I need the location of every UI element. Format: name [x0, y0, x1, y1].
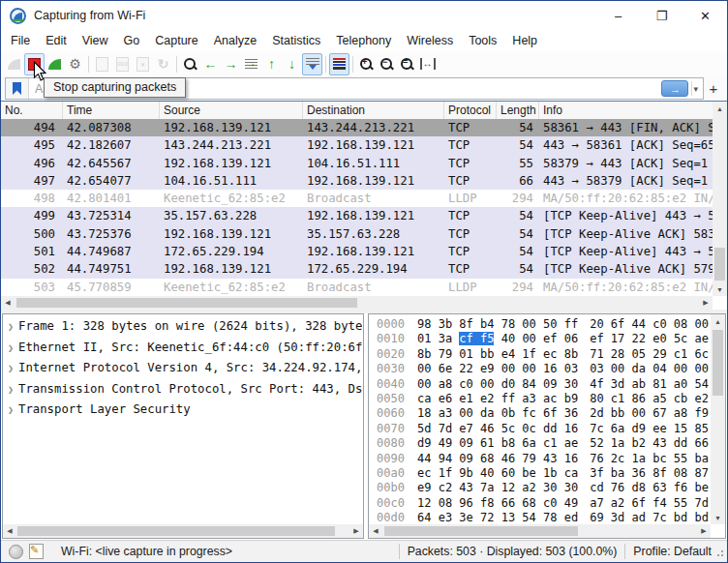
hex-row-0080[interactable]: 0080d9 49 09 61 b8 6a c1 ae52 1a b2 43 d… — [369, 436, 711, 451]
column-header-no[interactable]: No. — [1, 102, 63, 119]
maximize-button[interactable]: ❐ — [640, 1, 683, 30]
packet-row-494[interactable]: 49442.087308192.168.139.121143.244.213.2… — [1, 119, 713, 136]
packet-row-496[interactable]: 49642.645567192.168.139.121104.16.51.111… — [1, 155, 713, 172]
scroll-right-arrow[interactable]: ▶ — [697, 524, 711, 538]
expander-chevron-icon[interactable]: ❯ — [3, 400, 18, 421]
packet-row-498[interactable]: 49842.801401Keenetic_62:85:e2BroadcastLL… — [1, 190, 713, 207]
scroll-left-arrow[interactable]: ◀ — [1, 296, 15, 310]
detail-line[interactable]: ❯Transmission Control Protocol, Src Port… — [3, 379, 363, 400]
column-header-protocol[interactable]: Protocol — [444, 102, 497, 119]
column-header-time[interactable]: Time — [63, 102, 160, 119]
previous-packet-button[interactable]: ← — [200, 53, 221, 75]
scroll-thumb[interactable] — [17, 526, 335, 536]
hex-bytes-right[interactable]: 80 c1 86 a5 cb e2 7 — [590, 392, 711, 405]
hex-bytes-right[interactable]: 7c 6a d9 ee 15 85 2 — [590, 422, 711, 435]
hex-row-0040[interactable]: 004000 a8 c0 00 d0 84 09 304f 3d ab 81 a… — [369, 377, 711, 392]
hex-bytes-right[interactable]: 76 2c 1a bc 55 ba e — [590, 452, 711, 465]
menu-view[interactable]: View — [75, 32, 116, 49]
hex-bytes-right[interactable]: 03 00 da 04 00 00 c — [590, 362, 711, 375]
scroll-down-arrow[interactable]: ▼ — [711, 511, 725, 524]
hex-bytes-left[interactable]: 00 6e 22 e9 00 00 16 03 — [417, 362, 578, 375]
hex-bytes-right[interactable]: 2d bb 00 67 a8 f9 4 — [590, 406, 711, 420]
menu-edit[interactable]: Edit — [38, 32, 75, 49]
scroll-right-arrow[interactable]: ▶ — [699, 296, 713, 310]
menu-file[interactable]: File — [3, 32, 38, 49]
packet-row-503[interactable]: 50345.770859Keenetic_62:85:e2BroadcastLL… — [1, 279, 713, 296]
packet-list-hscrollbar[interactable]: ◀ ▶ — [1, 296, 713, 310]
scroll-right-arrow[interactable]: ▶ — [349, 524, 363, 538]
column-header-info[interactable]: Info — [539, 102, 713, 119]
hex-bytes-left[interactable]: 44 94 09 68 46 79 43 16 — [417, 452, 578, 465]
minimize-button[interactable]: – — [596, 1, 640, 30]
hex-row-0090[interactable]: 009044 94 09 68 46 79 43 1676 2c 1a bc 5… — [369, 452, 711, 466]
hex-bytes-left[interactable]: 5d 7d e7 46 5c 0c dd 16 — [417, 422, 578, 435]
add-filter-button[interactable]: + — [704, 80, 723, 97]
go-to-packet-button[interactable]: → — [241, 53, 261, 75]
hex-bytes-right[interactable]: 69 3d ad 7c bd bd 7 — [590, 511, 711, 524]
close-button[interactable]: ✕ — [683, 1, 727, 30]
apply-filter-button[interactable]: → — [661, 80, 688, 97]
scroll-left-arrow[interactable]: ◀ — [3, 524, 16, 538]
hex-bytes-left[interactable]: 18 a3 00 da 0b fc 6f 36 — [417, 406, 578, 420]
packet-row-497[interactable]: 49742.654077104.16.51.111192.168.139.121… — [1, 172, 713, 190]
hex-row-00b0[interactable]: 00b0e9 c2 43 7a 12 a2 30 30cd 76 d8 63 f… — [369, 481, 711, 495]
detail-line[interactable]: ❯Ethernet II, Src: Keenetic_6f:44:c0 (50… — [3, 338, 363, 359]
menu-help[interactable]: Help — [504, 32, 545, 49]
hex-row-0060[interactable]: 006018 a3 00 da 0b fc 6f 362d bb 00 67 a… — [369, 406, 711, 421]
hex-bytes-right[interactable]: cd 76 d8 63 f6 be 7 — [590, 481, 711, 494]
hex-bytes-right[interactable]: a7 a2 6f f4 55 7d c — [590, 496, 711, 510]
hex-vscrollbar[interactable]: ▲ ▼ — [711, 314, 725, 524]
scroll-up-arrow[interactable]: ▲ — [711, 314, 725, 328]
hex-selected-bytes[interactable]: cf f5 — [459, 332, 494, 345]
restart-capture-button[interactable] — [45, 53, 65, 75]
expert-info-icon[interactable] — [9, 545, 23, 559]
hex-row-0050[interactable]: 0050ca e6 e1 e2 ff a3 ac b980 c1 86 a5 c… — [369, 392, 711, 406]
menu-statistics[interactable]: Statistics — [264, 32, 328, 49]
column-header-destination[interactable]: Destination — [303, 102, 444, 119]
hex-bytes-left[interactable]: 64 e3 3e 72 13 54 78 ed — [417, 511, 578, 524]
menu-capture[interactable]: Capture — [147, 32, 205, 49]
scroll-thumb[interactable] — [714, 248, 725, 281]
scroll-thumb[interactable] — [713, 330, 723, 396]
packet-row-502[interactable]: 50244.749751192.168.139.121172.65.229.19… — [1, 260, 713, 278]
expander-chevron-icon[interactable]: ❯ — [3, 316, 18, 338]
hex-row-0000[interactable]: 000098 3b 8f b4 78 00 50 ff20 6f 44 c0 0… — [369, 317, 711, 332]
packet-row-500[interactable]: 50043.725376192.168.139.12135.157.63.228… — [1, 225, 713, 243]
scroll-up-arrow[interactable]: ▲ — [713, 102, 727, 115]
hex-bytes-left[interactable]: 8b 79 01 bb e4 1f ec 8b — [417, 347, 578, 361]
packet-row-495[interactable]: 49542.182607143.244.213.221192.168.139.1… — [1, 136, 713, 154]
detail-line[interactable]: ❯Transport Layer Security — [3, 400, 363, 421]
auto-scroll-button[interactable] — [302, 53, 322, 75]
scroll-left-arrow[interactable]: ◀ — [369, 524, 382, 538]
column-header-length[interactable]: Length — [497, 102, 539, 119]
resize-grip[interactable] — [717, 550, 723, 556]
scroll-thumb[interactable] — [384, 526, 578, 536]
menu-wireless[interactable]: Wireless — [399, 32, 461, 49]
expander-chevron-icon[interactable]: ❯ — [3, 379, 18, 400]
details-hscrollbar[interactable]: ◀ ▶ — [3, 524, 363, 538]
packet-list-vscrollbar[interactable]: ▲ ▼ — [713, 102, 727, 296]
hex-row-00c0[interactable]: 00c012 08 96 f8 66 68 c0 49a7 a2 6f f4 5… — [369, 496, 711, 511]
hex-row-00d0[interactable]: 00d064 e3 3e 72 13 54 78 ed69 3d ad 7c b… — [369, 511, 711, 524]
hex-bytes-right[interactable]: 71 28 05 29 c1 6c 5 — [590, 347, 711, 361]
next-packet-button[interactable]: → — [221, 53, 241, 75]
expander-chevron-icon[interactable]: ❯ — [3, 358, 18, 379]
hex-bytes-left[interactable]: 12 08 96 f8 66 68 c0 49 — [417, 496, 578, 510]
hex-row-0070[interactable]: 00705d 7d e7 46 5c 0c dd 167c 6a d9 ee 1… — [369, 422, 711, 436]
capture-comment-icon[interactable] — [29, 544, 44, 559]
column-header-source[interactable]: Source — [160, 102, 303, 119]
menu-go[interactable]: Go — [116, 32, 148, 49]
zoom-in-button[interactable]: + — [356, 53, 377, 75]
hex-bytes-left[interactable]: ca e6 e1 e2 ff a3 ac b9 — [417, 392, 578, 405]
find-packet-button[interactable] — [180, 53, 200, 75]
hex-bytes-right[interactable]: 4f 3d ab 81 a0 54 a — [590, 377, 711, 391]
title-bar[interactable]: Capturing from Wi-Fi – ❐ ✕ — [1, 1, 727, 30]
hex-row-00a0[interactable]: 00a0ec 1f 9b 40 60 be 1b ca3f ba 36 8f 0… — [369, 466, 711, 481]
hex-bytes-left[interactable]: e9 c2 43 7a 12 a2 30 30 — [417, 481, 578, 494]
hex-row-0010[interactable]: 001001 3a cf f5 40 00 ef 06ef 17 22 e0 5… — [369, 332, 711, 346]
hex-bytes-right[interactable]: 3f ba 36 8f 08 87 4 — [590, 466, 711, 480]
hex-row-0030[interactable]: 003000 6e 22 e9 00 00 16 0303 00 da 04 0… — [369, 362, 711, 376]
hex-bytes-left[interactable]: d9 49 09 61 b8 6a c1 ae — [417, 436, 578, 450]
scroll-down-arrow[interactable]: ▼ — [713, 282, 727, 296]
hex-bytes-left[interactable]: 00 a8 c0 00 d0 84 09 30 — [417, 377, 578, 391]
